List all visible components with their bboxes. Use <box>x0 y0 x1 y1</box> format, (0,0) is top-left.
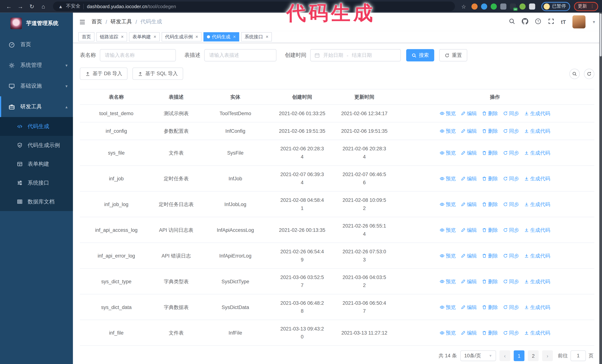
action-删除[interactable]: 删除 <box>482 174 498 183</box>
dark-extension-icon[interactable]: on <box>510 3 516 10</box>
fullscreen-icon[interactable] <box>548 18 554 26</box>
table-name-input[interactable]: 请输入表名称 <box>100 49 176 61</box>
action-同步[interactable]: 同步 <box>503 226 519 234</box>
action-预览[interactable]: 预览 <box>440 329 456 337</box>
sidebar-logo-row[interactable]: 芋道管理系统 <box>0 13 73 34</box>
tab-表单构建[interactable]: 表单构建× <box>129 32 160 42</box>
import-db-button[interactable]: 基于 DB 导入 <box>80 68 128 80</box>
action-预览[interactable]: 预览 <box>440 252 456 260</box>
action-编辑[interactable]: 编辑 <box>461 109 477 118</box>
breadcrumb-item[interactable]: 首页 <box>91 18 102 25</box>
tab-系统接口[interactable]: 系统接口× <box>241 32 272 42</box>
action-同步[interactable]: 同步 <box>503 277 519 285</box>
browser-back-icon[interactable]: ← <box>4 2 14 11</box>
refresh-table-button[interactable] <box>584 69 594 79</box>
grid-extension-icon[interactable] <box>500 3 506 10</box>
user-caret-down-icon[interactable]: ▼ <box>592 20 596 24</box>
tab-代码生成示例[interactable]: 代码生成示例× <box>162 32 202 42</box>
action-编辑[interactable]: 编辑 <box>461 149 477 157</box>
browser-menu-icon[interactable]: ⋮ <box>590 4 594 9</box>
action-生成代码[interactable]: 生成代码 <box>524 277 550 285</box>
address-bar[interactable]: ▲ 不安全 dashboard.yudao.iocoder.cn/tool/co… <box>53 1 455 11</box>
action-同步[interactable]: 同步 <box>503 109 519 118</box>
sidebar-subitem-表单构建[interactable]: 表单构建 <box>0 155 73 174</box>
close-icon[interactable]: × <box>121 35 124 39</box>
reset-button[interactable]: 重置 <box>439 49 467 61</box>
page-button-2[interactable]: 2 <box>528 350 539 361</box>
action-预览[interactable]: 预览 <box>440 226 456 234</box>
sidebar-fold-icon[interactable] <box>79 19 86 25</box>
browser-home-icon[interactable]: ⌂ <box>38 2 48 11</box>
import-sql-button[interactable]: 基于 SQL 导入 <box>133 68 183 80</box>
browser-update-button[interactable]: 更新 ⋮ <box>574 2 598 11</box>
sidebar-item-系统管理[interactable]: 系统管理▾ <box>0 55 73 75</box>
action-预览[interactable]: 预览 <box>440 109 456 118</box>
close-icon[interactable]: × <box>233 35 236 39</box>
action-删除[interactable]: 删除 <box>482 226 498 234</box>
user-avatar[interactable] <box>572 15 586 28</box>
action-同步[interactable]: 同步 <box>503 252 519 260</box>
tab-链路追踪[interactable]: 链路追踪× <box>96 32 127 42</box>
font-size-icon[interactable]: tT <box>561 19 566 25</box>
green-person-extension-icon[interactable] <box>519 3 526 10</box>
action-删除[interactable]: 删除 <box>482 252 498 260</box>
action-编辑[interactable]: 编辑 <box>461 200 477 208</box>
tab-代码生成[interactable]: 代码生成× <box>204 32 239 42</box>
blue-gem-extension-icon[interactable] <box>481 3 487 10</box>
browser-profile-badge[interactable]: 已暂停 <box>541 2 570 11</box>
puzzle-extension-icon[interactable] <box>529 3 535 10</box>
action-生成代码[interactable]: 生成代码 <box>524 200 550 208</box>
action-删除[interactable]: 删除 <box>482 303 498 311</box>
action-同步[interactable]: 同步 <box>503 174 519 183</box>
tab-首页[interactable]: 首页 <box>78 32 95 42</box>
action-生成代码[interactable]: 生成代码 <box>524 109 550 118</box>
action-删除[interactable]: 删除 <box>482 329 498 337</box>
action-预览[interactable]: 预览 <box>440 174 456 183</box>
sidebar-item-基础设施[interactable]: 基础设施▾ <box>0 75 73 96</box>
action-同步[interactable]: 同步 <box>503 149 519 157</box>
browser-forward-icon[interactable]: → <box>15 2 25 11</box>
action-编辑[interactable]: 编辑 <box>461 226 477 234</box>
sidebar-item-首页[interactable]: 首页 <box>0 34 73 55</box>
action-编辑[interactable]: 编辑 <box>461 174 477 183</box>
action-编辑[interactable]: 编辑 <box>461 329 477 337</box>
action-同步[interactable]: 同步 <box>503 329 519 337</box>
close-icon[interactable]: × <box>195 35 198 39</box>
toggle-search-button[interactable] <box>570 69 580 79</box>
sidebar-subitem-代码生成示例[interactable]: 代码生成示例 <box>0 136 73 155</box>
close-icon[interactable]: × <box>154 35 156 39</box>
action-生成代码[interactable]: 生成代码 <box>524 303 550 311</box>
next-page-button[interactable]: › <box>542 350 553 361</box>
search-icon[interactable] <box>509 18 515 26</box>
sidebar-subitem-代码生成[interactable]: 代码生成 <box>0 117 73 136</box>
action-编辑[interactable]: 编辑 <box>461 303 477 311</box>
goto-page-input[interactable]: 1 <box>570 350 586 361</box>
browser-reload-icon[interactable]: ↻ <box>27 2 37 11</box>
scrollbar-thumb[interactable] <box>600 13 602 56</box>
action-删除[interactable]: 删除 <box>482 127 498 135</box>
action-预览[interactable]: 预览 <box>440 277 456 285</box>
action-编辑[interactable]: 编辑 <box>461 277 477 285</box>
action-编辑[interactable]: 编辑 <box>461 127 477 135</box>
orange-extension-icon[interactable] <box>472 3 478 10</box>
action-同步[interactable]: 同步 <box>503 127 519 135</box>
close-icon[interactable]: × <box>266 35 269 39</box>
help-icon[interactable]: ? <box>535 18 541 26</box>
sidebar-subitem-系统接口[interactable]: 系统接口 <box>0 174 73 192</box>
green-check-extension-icon[interactable] <box>491 3 497 10</box>
action-删除[interactable]: 删除 <box>482 109 498 118</box>
table-desc-input[interactable]: 请输入表描述 <box>204 49 277 61</box>
action-生成代码[interactable]: 生成代码 <box>524 226 550 234</box>
action-预览[interactable]: 预览 <box>440 149 456 157</box>
page-scrollbar[interactable] <box>599 13 602 364</box>
action-删除[interactable]: 删除 <box>482 200 498 208</box>
action-生成代码[interactable]: 生成代码 <box>524 149 550 157</box>
date-range-input[interactable]: 开始日期 - 结束日期 <box>310 49 401 61</box>
github-icon[interactable] <box>522 18 528 26</box>
action-同步[interactable]: 同步 <box>503 200 519 208</box>
action-预览[interactable]: 预览 <box>440 200 456 208</box>
action-生成代码[interactable]: 生成代码 <box>524 252 550 260</box>
action-删除[interactable]: 删除 <box>482 149 498 157</box>
action-编辑[interactable]: 编辑 <box>461 252 477 260</box>
action-同步[interactable]: 同步 <box>503 303 519 311</box>
